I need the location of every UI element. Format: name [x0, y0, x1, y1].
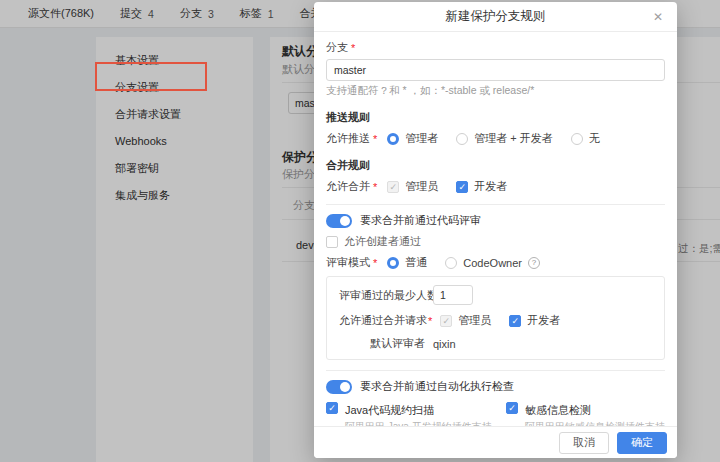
creator-pass-row: 允许创建者通过: [326, 234, 665, 249]
allow-merge-request-label: 允许通过合并请求: [339, 313, 425, 328]
push-rules-section-title: 推送规则: [326, 110, 665, 125]
option-label: 开发者: [474, 179, 507, 194]
allow-push-label: 允许推送: [326, 131, 370, 146]
allow-push-row: 允许推送 * 管理者 管理者 + 开发者 无: [326, 131, 665, 146]
divider: [326, 204, 665, 205]
divider: [326, 370, 665, 371]
modal-body: 分支 * 支持通配符？和 * ，如：*-stable 或 release/* 推…: [314, 32, 677, 434]
merge-request-option-admins: 管理员: [440, 313, 491, 328]
ok-button[interactable]: 确定: [617, 432, 667, 454]
required-asterisk: *: [373, 257, 377, 269]
review-settings-box: 评审通过的最少人数 允许通过合并请求 * 管理员 开发者 默认评审者 qixin: [326, 276, 665, 360]
modal-title: 新建保护分支规则: [446, 8, 546, 25]
default-reviewer-label: 默认评审者: [339, 336, 425, 351]
code-review-toggle-label: 要求合并前通过代码评审: [360, 213, 481, 228]
branch-pattern-input[interactable]: [326, 59, 665, 81]
checkbox-checked-disabled-icon: [387, 181, 399, 193]
option-label: 管理员: [405, 179, 438, 194]
auto-check-toggle[interactable]: [326, 380, 352, 394]
required-asterisk: *: [351, 42, 355, 54]
auto-check-toggle-row: 要求合并前通过自动化执行检查: [326, 379, 665, 394]
option-label: 允许创建者通过: [344, 234, 421, 249]
close-icon[interactable]: ✕: [649, 8, 667, 26]
review-mode-codeowner[interactable]: CodeOwner: [445, 257, 522, 269]
checkbox-checked-icon: [506, 402, 518, 414]
checkbox-checked-icon: [509, 315, 521, 327]
option-label: 管理员: [458, 313, 491, 328]
push-option-none[interactable]: 无: [571, 131, 600, 146]
merge-request-option-devs[interactable]: 开发者: [509, 313, 560, 328]
min-reviewers-input[interactable]: [433, 285, 473, 305]
push-option-admins[interactable]: 管理者: [387, 131, 438, 146]
merge-rules-section-title: 合并规则: [326, 158, 665, 173]
radio-icon: [445, 257, 457, 269]
option-label: 开发者: [527, 313, 560, 328]
auto-check-toggle-label: 要求合并前通过自动化执行检查: [360, 379, 514, 394]
option-label: 管理者 + 开发者: [474, 131, 553, 146]
allow-merge-label: 允许合并: [326, 179, 370, 194]
option-label: 普通: [405, 255, 427, 270]
option-label: CodeOwner: [463, 257, 522, 269]
merge-option-admins: 管理员: [387, 179, 438, 194]
review-mode-label: 评审模式: [326, 255, 370, 270]
radio-selected-icon: [387, 133, 399, 145]
push-option-admins-devs[interactable]: 管理者 + 开发者: [456, 131, 553, 146]
radio-icon: [456, 133, 468, 145]
checkbox-checked-disabled-icon: [440, 315, 452, 327]
java-scan-label: Java代码规约扫描: [345, 404, 434, 416]
option-label: 管理者: [405, 131, 438, 146]
checkbox-unchecked-icon: [326, 236, 338, 248]
code-review-toggle-row: 要求合并前通过代码评审: [326, 213, 665, 228]
required-asterisk: *: [428, 315, 432, 327]
review-mode-normal[interactable]: 普通: [387, 255, 427, 270]
cancel-button[interactable]: 取消: [559, 432, 609, 454]
modal-header: 新建保护分支规则 ✕: [314, 2, 677, 32]
default-reviewer-row: 默认评审者 qixin: [339, 336, 652, 351]
allow-merge-row: 允许合并 * 管理员 开发者: [326, 179, 665, 194]
branch-field-label: 分支: [326, 40, 348, 55]
allow-merge-request-row: 允许通过合并请求 * 管理员 开发者: [339, 313, 652, 328]
branch-settings-highlight-annotation: [95, 62, 207, 91]
code-review-toggle[interactable]: [326, 214, 352, 228]
default-reviewer-value: qixin: [433, 338, 456, 350]
checkbox-checked-icon: [456, 181, 468, 193]
option-label: 无: [589, 131, 600, 146]
branch-field-label-row: 分支 *: [326, 40, 665, 55]
merge-option-devs[interactable]: 开发者: [456, 179, 507, 194]
sensitive-info-label: 敏感信息检测: [525, 404, 591, 416]
required-asterisk: *: [373, 133, 377, 145]
required-asterisk: *: [373, 181, 377, 193]
min-reviewers-label: 评审通过的最少人数: [339, 288, 425, 303]
creator-pass-checkbox[interactable]: 允许创建者通过: [326, 234, 421, 249]
branch-pattern-help-text: 支持通配符？和 * ，如：*-stable 或 release/*: [326, 84, 665, 98]
new-protected-branch-rule-modal: 新建保护分支规则 ✕ 分支 * 支持通配符？和 * ，如：*-stable 或 …: [314, 2, 677, 458]
codeowner-info-icon[interactable]: ?: [528, 257, 540, 269]
review-mode-row: 评审模式 * 普通 CodeOwner ?: [326, 255, 665, 270]
min-reviewers-row: 评审通过的最少人数: [339, 285, 652, 305]
radio-icon: [571, 133, 583, 145]
modal-footer: 取消 确定: [314, 426, 677, 458]
radio-selected-icon: [387, 257, 399, 269]
checkbox-checked-icon: [326, 402, 338, 414]
